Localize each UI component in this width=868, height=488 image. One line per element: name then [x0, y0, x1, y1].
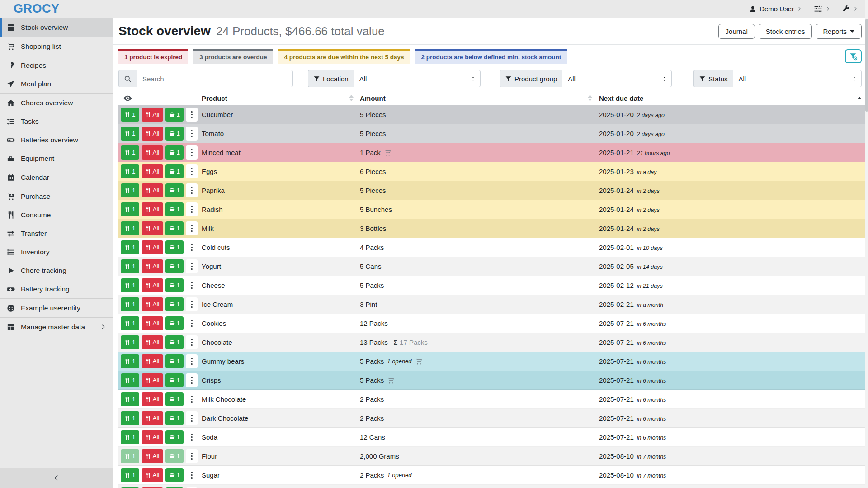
sidebar-item-calendar[interactable]: Calendar: [0, 168, 113, 187]
open-1-button[interactable]: 1: [165, 297, 184, 311]
sidebar-item-batteries-overview[interactable]: Batteries overview: [0, 131, 113, 149]
alert-expired[interactable]: 1 product is expired: [118, 49, 188, 64]
consume-1-button[interactable]: 1: [121, 278, 139, 292]
consume-all-button[interactable]: All: [142, 468, 163, 482]
alert-overdue[interactable]: 3 products are overdue: [193, 49, 273, 64]
sidebar-item-recipes[interactable]: Recipes: [0, 56, 113, 75]
open-1-button[interactable]: 1: [165, 354, 184, 368]
open-1-button[interactable]: 1: [165, 127, 184, 141]
consume-1-button[interactable]: 1: [121, 411, 139, 425]
alert-below-min[interactable]: 2 products are below defined min. stock …: [415, 49, 567, 64]
stock-entries-button[interactable]: Stock entries: [759, 24, 812, 39]
consume-all-button[interactable]: All: [142, 373, 163, 387]
open-1-button[interactable]: 1: [165, 108, 184, 122]
sidebar-item-transfer[interactable]: Transfer: [0, 224, 113, 243]
product-group-select[interactable]: All: [562, 70, 672, 87]
consume-1-button[interactable]: 1: [121, 316, 139, 330]
open-1-button[interactable]: 1: [165, 164, 184, 178]
consume-1-button[interactable]: 1: [121, 392, 139, 406]
consume-all-button[interactable]: All: [142, 430, 163, 444]
row-menu-button[interactable]: [186, 145, 198, 160]
row-menu-button[interactable]: [186, 392, 198, 406]
consume-1-button[interactable]: 1: [121, 145, 139, 160]
consume-all-button[interactable]: All: [142, 316, 163, 330]
row-menu-button[interactable]: [186, 259, 198, 273]
open-1-button[interactable]: 1: [165, 430, 184, 444]
sidebar-item-equipment[interactable]: Equipment: [0, 149, 113, 168]
open-1-button[interactable]: 1: [165, 221, 184, 235]
consume-1-button[interactable]: 1: [121, 259, 139, 273]
journal-button[interactable]: Journal: [718, 24, 755, 39]
location-select[interactable]: All: [354, 70, 481, 87]
settings-menu[interactable]: [814, 5, 830, 13]
open-1-button[interactable]: 1: [165, 240, 184, 254]
consume-all-button[interactable]: All: [142, 202, 163, 216]
visibility-column-header[interactable]: [118, 91, 199, 105]
consume-all-button[interactable]: All: [142, 221, 163, 235]
consume-1-button[interactable]: 1: [121, 202, 139, 216]
sidebar-collapse-button[interactable]: [0, 468, 113, 488]
sidebar-item-inventory[interactable]: Inventory: [0, 243, 113, 261]
row-menu-button[interactable]: [186, 202, 198, 216]
sidebar-item-consume[interactable]: Consume: [0, 206, 113, 224]
sidebar-item-manage-master-data[interactable]: Manage master data: [0, 318, 113, 336]
row-menu-button[interactable]: [186, 240, 198, 254]
consume-all-button[interactable]: All: [142, 411, 163, 425]
open-1-button[interactable]: 1: [165, 449, 184, 463]
row-menu-button[interactable]: [186, 468, 198, 482]
open-1-button[interactable]: 1: [165, 392, 184, 406]
consume-1-button[interactable]: 1: [121, 108, 139, 122]
row-menu-button[interactable]: [186, 164, 198, 178]
consume-all-button[interactable]: All: [142, 335, 163, 349]
consume-1-button[interactable]: 1: [121, 430, 139, 444]
user-menu[interactable]: Demo User: [749, 5, 802, 13]
consume-1-button[interactable]: 1: [121, 297, 139, 311]
consume-all-button[interactable]: All: [142, 354, 163, 368]
row-menu-button[interactable]: [186, 183, 198, 197]
open-1-button[interactable]: 1: [165, 316, 184, 330]
row-menu-button[interactable]: [186, 354, 198, 368]
consume-1-button[interactable]: 1: [121, 183, 139, 197]
consume-1-button[interactable]: 1: [121, 164, 139, 178]
open-1-button[interactable]: 1: [165, 202, 184, 216]
consume-all-button[interactable]: All: [142, 164, 163, 178]
row-menu-button[interactable]: [186, 335, 198, 349]
row-menu-button[interactable]: [186, 449, 198, 463]
open-1-button[interactable]: 1: [165, 183, 184, 197]
open-1-button[interactable]: 1: [165, 335, 184, 349]
row-menu-button[interactable]: [186, 221, 198, 235]
consume-all-button[interactable]: All: [142, 183, 163, 197]
consume-1-button[interactable]: 1: [121, 335, 139, 349]
consume-all-button[interactable]: All: [142, 297, 163, 311]
row-menu-button[interactable]: [186, 278, 198, 292]
scrollbar-thumb[interactable]: [865, 19, 868, 112]
product-column-header[interactable]: Product: [199, 91, 357, 105]
row-menu-button[interactable]: [186, 316, 198, 330]
grocy-logo[interactable]: GROCY: [14, 2, 60, 16]
amount-column-header[interactable]: Amount: [357, 91, 596, 105]
admin-menu[interactable]: [842, 5, 858, 13]
open-1-button[interactable]: 1: [165, 145, 184, 160]
alert-due-soon[interactable]: 4 products are due within the next 5 day…: [278, 49, 410, 64]
search-input[interactable]: [137, 70, 293, 87]
consume-1-button[interactable]: 1: [121, 373, 139, 387]
sidebar-item-stock-overview[interactable]: Stock overview: [0, 18, 113, 37]
open-1-button[interactable]: 1: [165, 278, 184, 292]
clear-filters-button[interactable]: [845, 49, 862, 63]
consume-all-button[interactable]: All: [142, 259, 163, 273]
open-1-button[interactable]: 1: [165, 411, 184, 425]
status-select[interactable]: All: [733, 70, 862, 87]
consume-1-button[interactable]: 1: [121, 127, 139, 141]
open-1-button[interactable]: 1: [165, 373, 184, 387]
consume-all-button[interactable]: All: [142, 108, 163, 122]
consume-all-button[interactable]: All: [142, 392, 163, 406]
reports-button[interactable]: Reports: [816, 24, 862, 39]
consume-all-button[interactable]: All: [142, 145, 163, 160]
due-date-column-header[interactable]: Next due date: [596, 91, 865, 105]
consume-1-button[interactable]: 1: [121, 449, 139, 463]
sidebar-item-battery-tracking[interactable]: Battery tracking: [0, 280, 113, 298]
scrollbar[interactable]: [865, 0, 868, 488]
row-menu-button[interactable]: [186, 127, 198, 141]
row-menu-button[interactable]: [186, 373, 198, 387]
row-menu-button[interactable]: [186, 430, 198, 444]
